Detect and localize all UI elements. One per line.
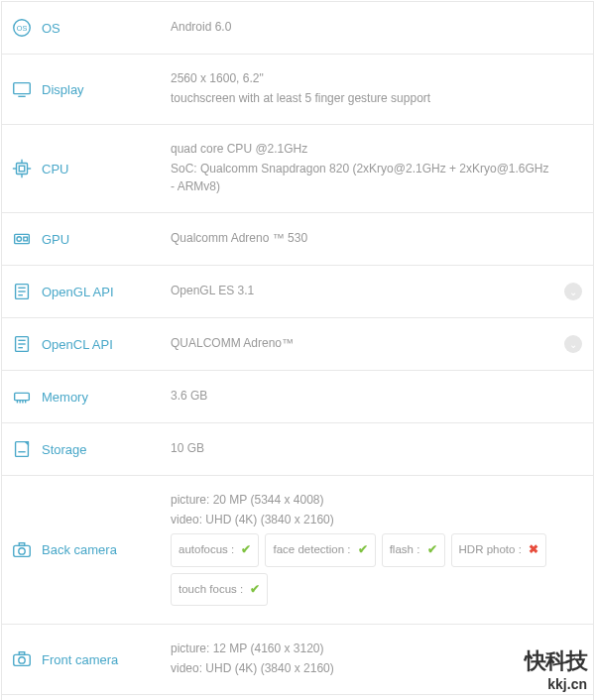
- check-icon: ✔: [250, 583, 260, 595]
- row-display: Display 2560 x 1600, 6.2" touchscreen wi…: [2, 54, 593, 124]
- opengl-icon: [2, 281, 42, 302]
- row-value: 3.6 GB: [171, 387, 593, 407]
- row-label: OpenGL API: [42, 285, 171, 299]
- row-back-camera: Back camera picture: 20 MP (5344 x 4008)…: [2, 475, 593, 624]
- row-opencl: OpenCL API QUALCOMM Adreno™ ⌄: [2, 317, 593, 370]
- row-label: Front camera: [42, 652, 171, 667]
- gpu-icon: [2, 228, 42, 250]
- svg-point-32: [19, 657, 25, 663]
- svg-rect-30: [19, 542, 25, 545]
- spec-table: OS OS Android 6.0 Display 2560 x 1600, 6…: [1, 1, 594, 700]
- svg-rect-21: [15, 393, 30, 400]
- chip: touch focus : ✔: [171, 573, 268, 607]
- row-value: Qualcomm Adreno ™ 530: [171, 229, 593, 249]
- chip: autofocus : ✔: [171, 533, 259, 567]
- row-value: QUALCOMM Adreno™: [171, 334, 553, 354]
- row-features: Features accelerometer : ✔barometer : ✔b…: [2, 694, 593, 700]
- os-icon: OS: [2, 17, 42, 39]
- row-value: picture: 20 MP (5344 x 4008) video: UHD …: [171, 491, 593, 609]
- check-icon: ✔: [427, 543, 437, 555]
- row-label: GPU: [42, 232, 171, 247]
- display-icon: [2, 78, 42, 100]
- row-memory: Memory 3.6 GB: [2, 370, 593, 422]
- row-front-camera: Front camera picture: 12 MP (4160 x 3120…: [2, 624, 593, 694]
- row-label: Memory: [42, 390, 171, 405]
- memory-icon: [2, 386, 42, 408]
- row-value: quad core CPU @2.1GHz SoC: Qualcomm Snap…: [171, 140, 593, 197]
- camera-icon: [2, 648, 42, 670]
- row-value: 2560 x 1600, 6.2" touchscreen with at le…: [171, 69, 593, 109]
- svg-point-11: [17, 237, 22, 242]
- check-icon: ✔: [241, 543, 251, 555]
- svg-rect-33: [19, 652, 25, 655]
- row-opengl: OpenGL API OpenGL ES 3.1 ⌄: [2, 265, 593, 317]
- row-value: 10 GB: [171, 439, 593, 459]
- row-value: Android 6.0: [171, 18, 593, 38]
- chevron-down-icon[interactable]: ⌄: [564, 283, 582, 300]
- svg-rect-5: [19, 166, 25, 172]
- svg-text:OS: OS: [17, 24, 28, 33]
- cross-icon: ✖: [529, 543, 538, 555]
- row-value: OpenGL ES 3.1: [171, 282, 553, 301]
- row-label: OS: [42, 21, 171, 36]
- row-value: picture: 12 MP (4160 x 3120) video: UHD …: [171, 640, 593, 679]
- svg-point-29: [19, 547, 25, 553]
- camera-icon: [2, 539, 42, 561]
- chip: flash : ✔: [382, 533, 445, 567]
- cpu-icon: [2, 158, 42, 179]
- opencl-icon: [2, 333, 42, 355]
- row-label: OpenCL API: [42, 337, 171, 352]
- row-cpu: CPU quad core CPU @2.1GHz SoC: Qualcomm …: [2, 124, 593, 212]
- check-icon: ✔: [358, 543, 368, 555]
- row-storage: Storage 10 GB: [2, 422, 593, 475]
- chip-list: autofocus : ✔face detection : ✔flash : ✔…: [171, 530, 553, 609]
- row-label: Storage: [42, 442, 171, 457]
- chip: HDR photo : ✖: [451, 533, 546, 567]
- svg-rect-12: [24, 237, 28, 241]
- row-label: CPU: [42, 162, 171, 176]
- row-os: OS OS Android 6.0: [2, 1, 593, 54]
- chevron-down-icon[interactable]: ⌄: [564, 335, 582, 353]
- row-gpu: GPU Qualcomm Adreno ™ 530: [2, 212, 593, 265]
- svg-rect-26: [16, 442, 29, 457]
- row-label: Display: [42, 82, 171, 97]
- storage-icon: [2, 438, 42, 460]
- row-label: Back camera: [42, 542, 171, 557]
- chip: face detection : ✔: [265, 533, 375, 567]
- svg-rect-2: [14, 83, 31, 94]
- svg-rect-4: [17, 164, 28, 175]
